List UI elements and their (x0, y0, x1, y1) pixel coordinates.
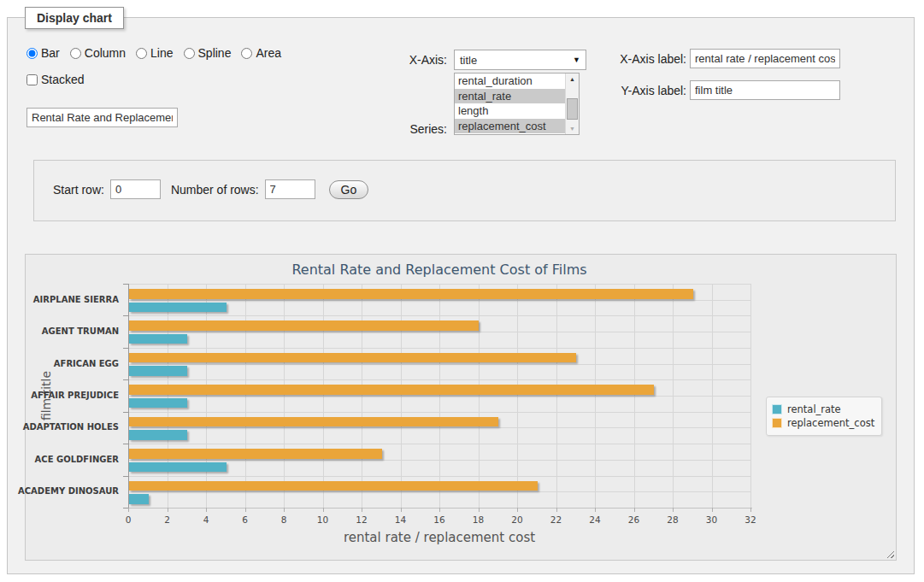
x-axis-select-value: title (460, 54, 477, 67)
grid-line (128, 491, 750, 492)
legend-item-rental-rate[interactable]: rental_rate (772, 403, 874, 415)
listbox-scrollbar[interactable]: ▲ ▼ (565, 73, 579, 134)
chart-legend: rental_ratereplacement_cost (766, 397, 882, 436)
bar-rental-rate[interactable] (129, 303, 227, 313)
x-axis-label-input[interactable] (690, 49, 840, 68)
x-tick-label: 28 (667, 514, 678, 525)
bar-rental-rate[interactable] (129, 334, 187, 344)
radio-column-label[interactable]: Column (85, 46, 126, 60)
x-axis-tick (479, 508, 480, 512)
bar-replacement-cost[interactable] (129, 481, 538, 491)
bar-rental-rate[interactable] (129, 366, 187, 376)
chart-type-radio-group: Bar Column Line Spline Area (26, 46, 291, 60)
x-axis-tick (634, 508, 635, 512)
x-axis-tick (323, 508, 324, 512)
y-axis-label-label: Y-Axis label: (601, 84, 686, 97)
chart-title-input[interactable] (26, 108, 178, 127)
x-tick-label: 8 (281, 514, 287, 525)
x-tick-label: 30 (706, 514, 717, 525)
grid-line (128, 412, 750, 413)
chart-title: Rental Rate and Replacement Cost of Film… (128, 262, 750, 278)
grid-line (750, 284, 751, 508)
bar-rental-rate[interactable] (129, 430, 187, 440)
resize-handle-icon[interactable] (885, 549, 894, 558)
rows-form: Start row: Number of rows: Go (33, 160, 896, 221)
x-axis-select[interactable]: title ▼ (454, 50, 586, 70)
x-tick-label: 14 (395, 514, 406, 525)
stacked-row: Stacked (26, 73, 95, 86)
grid-line (128, 300, 750, 301)
series-option-rental-duration[interactable]: rental_duration (455, 73, 565, 89)
x-tick-label: 26 (628, 514, 639, 525)
radio-area[interactable] (241, 48, 252, 59)
x-tick-label: 32 (744, 514, 756, 525)
y-axis-tick (123, 476, 128, 477)
x-axis-tick (362, 508, 362, 512)
x-axis-title: rental rate / replacement cost (128, 530, 750, 545)
x-axis-label-label: X-Axis label: (601, 52, 686, 66)
bar-replacement-cost[interactable] (129, 320, 479, 331)
series-listbox[interactable]: rental_duration rental_rate length repla… (454, 73, 580, 135)
radio-bar[interactable] (26, 48, 38, 59)
grid-line (128, 332, 750, 332)
y-axis-line (128, 284, 129, 508)
y-axis-tick (123, 444, 128, 444)
x-tick-label: 22 (550, 514, 562, 525)
radio-line-label[interactable]: Line (150, 46, 173, 60)
legend-swatch (772, 418, 782, 428)
bar-replacement-cost[interactable] (129, 449, 382, 459)
category-label: AGENT TRUMAN (42, 326, 119, 336)
x-tick-label: 16 (433, 514, 444, 525)
start-row-input[interactable] (110, 179, 161, 199)
bar-rental-rate[interactable] (129, 462, 227, 473)
grid-line (128, 460, 750, 461)
legend-swatch (772, 404, 782, 414)
x-tick-label: 20 (511, 514, 522, 525)
grid-line (128, 379, 750, 380)
radio-spline-label[interactable]: Spline (198, 46, 232, 60)
radio-column[interactable] (70, 48, 81, 59)
bar-rental-rate[interactable] (129, 494, 149, 504)
scroll-down-icon[interactable]: ▼ (566, 126, 579, 132)
x-axis-tick (517, 508, 518, 512)
series-option-rental-rate[interactable]: rental_rate (455, 89, 565, 104)
go-button[interactable]: Go (329, 180, 369, 199)
x-axis-tick (245, 508, 246, 512)
radio-line[interactable] (136, 48, 147, 59)
bar-rental-rate[interactable] (129, 398, 187, 409)
x-axis-tick (168, 508, 168, 512)
x-axis-tick (712, 508, 713, 512)
grid-line (128, 364, 750, 365)
bar-replacement-cost[interactable] (129, 289, 693, 299)
stacked-label[interactable]: Stacked (41, 73, 85, 86)
bar-replacement-cost[interactable] (129, 417, 498, 427)
radio-bar-label[interactable]: Bar (41, 46, 60, 60)
y-axis-tick (123, 315, 128, 316)
x-axis-select-label: X-Axis: (362, 53, 447, 67)
x-axis-tick (439, 508, 440, 512)
grid-line (128, 315, 750, 316)
series-option-length[interactable]: length (455, 103, 565, 119)
number-of-rows-input[interactable] (265, 179, 315, 199)
radio-area-label[interactable]: Area (256, 46, 281, 60)
bar-replacement-cost[interactable] (129, 385, 654, 395)
stacked-checkbox[interactable] (26, 74, 38, 85)
category-label: AFRICAN EGG (54, 359, 119, 368)
scroll-up-icon[interactable]: ▲ (566, 76, 579, 82)
x-tick-label: 4 (203, 514, 209, 525)
scrollbar-thumb[interactable] (567, 98, 578, 120)
y-axis-label-input[interactable] (690, 80, 840, 100)
category-label: ACE GOLDFINGER (35, 455, 119, 464)
series-option-replacement-cost[interactable]: replacement_cost (455, 119, 565, 134)
series-options: rental_duration rental_rate length repla… (455, 73, 565, 134)
x-tick-label: 10 (317, 514, 328, 525)
grid-line (128, 444, 750, 444)
radio-spline[interactable] (184, 48, 195, 59)
x-axis-tick (673, 508, 674, 512)
legend-item-replacement-cost[interactable]: replacement_cost (772, 417, 874, 429)
x-axis-line (128, 508, 752, 509)
x-tick-label: 18 (473, 514, 484, 525)
grid-line (128, 284, 750, 285)
bar-replacement-cost[interactable] (129, 353, 576, 363)
y-axis-tick (123, 284, 128, 285)
